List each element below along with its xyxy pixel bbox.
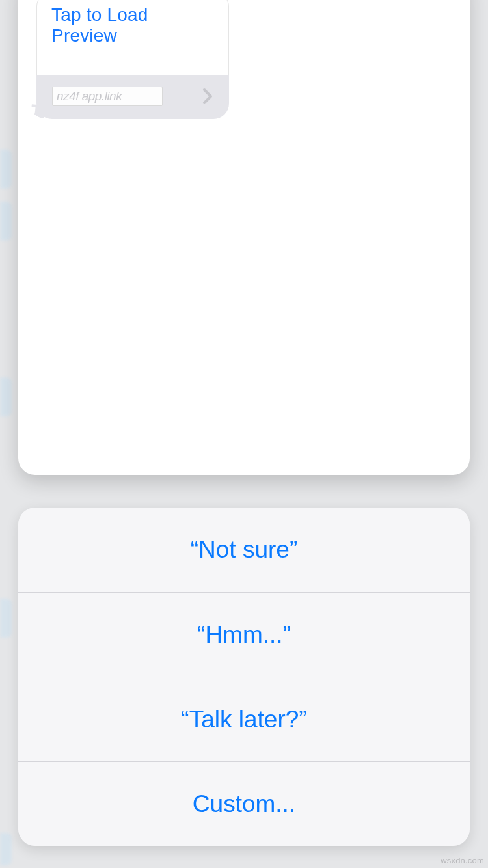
tap-to-load-preview[interactable]: Tap to Load Preview <box>51 5 148 46</box>
bg-stripe <box>0 833 12 865</box>
watermark: wsxdn.com <box>441 856 484 865</box>
bg-stripe <box>0 599 12 638</box>
url-redacted: nz4f app.link <box>52 87 163 106</box>
link-preview-top[interactable]: Tap to Load Preview <box>36 0 229 75</box>
quick-reply-label: Custom... <box>193 791 295 818</box>
bg-stripe <box>0 150 12 189</box>
bg-stripe <box>0 202 12 241</box>
link-preview-bottom[interactable]: nz4f app.link <box>36 75 229 119</box>
chevron-right-icon <box>202 87 213 105</box>
quick-reply-sheet: “Not sure” “Hmm...” “Talk later?” Custom… <box>18 508 470 846</box>
quick-reply-talk-later[interactable]: “Talk later?” <box>18 677 470 761</box>
quick-reply-custom[interactable]: Custom... <box>18 761 470 846</box>
bubble-tail <box>31 104 45 118</box>
quick-reply-hmm[interactable]: “Hmm...” <box>18 592 470 677</box>
quick-reply-label: “Talk later?” <box>181 706 306 733</box>
quick-reply-label: “Hmm...” <box>197 621 291 649</box>
bg-stripe <box>0 377 12 416</box>
quick-reply-not-sure[interactable]: “Not sure” <box>18 508 470 592</box>
conversation-preview-card: Tap to Load Preview nz4f app.link <box>18 0 470 475</box>
incoming-message-bubble: Tap to Load Preview nz4f app.link <box>36 0 229 119</box>
quick-reply-label: “Not sure” <box>191 536 297 563</box>
